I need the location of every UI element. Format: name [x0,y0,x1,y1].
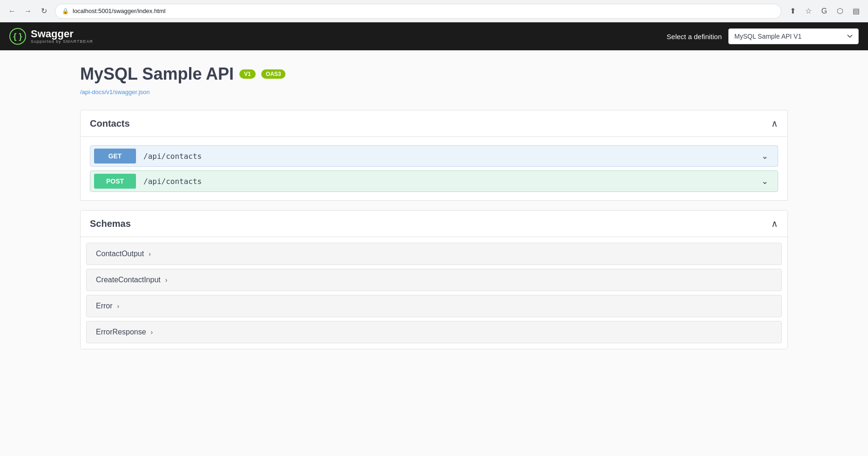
schema-item-error-response[interactable]: ErrorResponse › [86,321,782,343]
endpoint-row-get-contacts[interactable]: GET /api/contacts ⌄ [90,145,778,167]
swagger-sub: Supported by SMARTBEAR [31,39,93,44]
badge-v1: V1 [239,69,256,79]
translate-button[interactable]: G [818,5,831,18]
schema-item-error[interactable]: Error › [86,295,782,317]
swagger-content: MySQL Sample API V1 OAS3 /api-docs/v1/sw… [61,50,807,363]
contacts-section-title: Contacts [90,118,130,129]
api-title: MySQL Sample API [80,64,234,84]
schema-name-contact-output: ContactOutput [96,250,144,258]
forward-button[interactable]: → [21,5,34,18]
post-endpoint-chevron-icon: ⌄ [752,171,778,191]
get-endpoint-chevron-icon: ⌄ [752,146,778,166]
definition-label: Select a definition [667,33,722,41]
browser-actions: ⬆ ☆ G ⬡ ▤ [786,5,862,18]
lock-icon: 🔒 [62,8,69,14]
swagger-name: Swagger [31,29,93,39]
extensions-button[interactable]: ⬡ [834,5,847,18]
schema-item-contact-output[interactable]: ContactOutput › [86,243,782,265]
contacts-section-body: GET /api/contacts ⌄ POST /api/contacts ⌄ [80,137,788,201]
browser-chrome: ← → ↻ 🔒 localhost:5001/swagger/index.htm… [0,0,868,22]
schema-chevron-error-response-icon: › [151,328,153,336]
api-title-section: MySQL Sample API V1 OAS3 /api-docs/v1/sw… [80,64,788,96]
swagger-logo-icon: { } [9,28,26,45]
schemas-section-body: ContactOutput › CreateContactInput › Err… [81,237,787,349]
contacts-chevron-icon: ∧ [771,118,778,129]
schema-name-create-contact-input: CreateContactInput [96,276,161,284]
address-bar[interactable]: 🔒 localhost:5001/swagger/index.html [55,4,781,19]
post-method-badge: POST [94,174,136,189]
contacts-section-header[interactable]: Contacts ∧ [80,110,788,137]
endpoint-row-post-contacts[interactable]: POST /api/contacts ⌄ [90,170,778,192]
get-endpoint-path: /api/contacts [140,147,752,165]
bookmark-button[interactable]: ☆ [802,5,815,18]
schemas-section-header[interactable]: Schemas ∧ [81,211,787,237]
sidebar-toggle-button[interactable]: ▤ [849,5,862,18]
back-button[interactable]: ← [6,5,19,18]
definition-select[interactable]: MySQL Sample API V1 [728,28,859,44]
contacts-section: Contacts ∧ GET /api/contacts ⌄ POST /api… [80,110,788,201]
reload-button[interactable]: ↻ [37,5,50,18]
schemas-chevron-icon: ∧ [771,218,778,229]
schema-chevron-create-contact-input-icon: › [165,276,168,284]
swagger-navbar: { } Swagger Supported by SMARTBEAR Selec… [0,22,868,50]
browser-controls: ← → ↻ [6,5,50,18]
schema-name-error: Error [96,302,113,310]
swagger-definition: Select a definition MySQL Sample API V1 [667,28,859,44]
swagger-logo-text: Swagger Supported by SMARTBEAR [31,29,93,44]
api-link[interactable]: /api-docs/v1/swagger.json [80,88,150,95]
badge-oas3: OAS3 [261,69,286,79]
url-text: localhost:5001/swagger/index.html [73,7,165,14]
swagger-logo: { } Swagger Supported by SMARTBEAR [9,28,93,45]
api-title-row: MySQL Sample API V1 OAS3 [80,64,788,84]
schema-item-create-contact-input[interactable]: CreateContactInput › [86,269,782,291]
post-endpoint-path: /api/contacts [140,172,752,191]
schemas-section: Schemas ∧ ContactOutput › CreateContactI… [80,210,788,349]
get-method-badge: GET [94,149,136,163]
schema-chevron-error-icon: › [117,302,120,310]
schema-chevron-contact-output-icon: › [149,250,151,258]
share-button[interactable]: ⬆ [786,5,799,18]
schema-name-error-response: ErrorResponse [96,328,146,336]
schemas-section-title: Schemas [90,218,131,229]
